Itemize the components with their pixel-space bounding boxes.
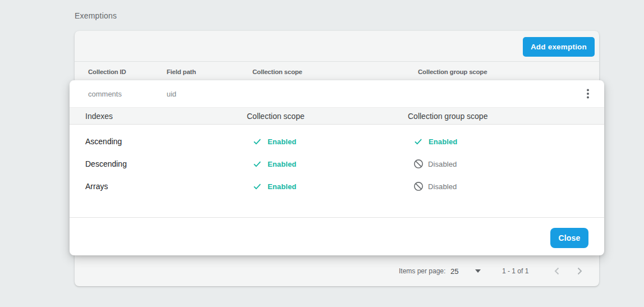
index-row-label: Descending xyxy=(85,159,127,168)
items-per-page-value[interactable]: 25 xyxy=(450,267,458,275)
items-per-page-label: Items per page: xyxy=(399,267,445,275)
kebab-menu-icon xyxy=(581,87,595,100)
exemption-row: comments uid xyxy=(70,80,604,107)
state-label: Enabled xyxy=(268,138,296,146)
collection-group-scope-state: Disabled xyxy=(413,159,457,169)
exemption-collection-id: comments xyxy=(88,90,122,98)
state-label: Enabled xyxy=(268,182,296,191)
row-menu-button[interactable] xyxy=(581,87,595,100)
page-range-label: 1 - 1 of 1 xyxy=(502,267,528,275)
index-row-ascending: Ascending Enabled Enabled xyxy=(70,130,604,153)
index-row-label: Ascending xyxy=(85,137,122,146)
dropdown-caret-icon xyxy=(475,269,481,273)
column-header-field-path: Field path xyxy=(167,68,196,75)
state-label: Disabled xyxy=(428,160,457,168)
index-row-descending: Descending Enabled Disabled xyxy=(70,153,604,175)
check-icon xyxy=(413,137,423,146)
collection-scope-state: Enabled xyxy=(252,182,296,191)
close-button[interactable]: Close xyxy=(550,228,588,248)
chevron-right-icon xyxy=(573,264,586,278)
index-row-arrays: Arrays Enabled Disabled xyxy=(70,175,604,198)
check-icon xyxy=(252,182,262,191)
index-row-label: Arrays xyxy=(85,182,108,191)
state-label: Enabled xyxy=(429,138,457,146)
items-per-page-dropdown[interactable] xyxy=(471,264,485,278)
card-toolbar: Add exemption xyxy=(75,31,599,62)
exemptions-table-header: Collection ID Field path Collection scop… xyxy=(75,62,599,82)
next-page-button[interactable] xyxy=(573,264,586,278)
column-header-collection-scope: Collection scope xyxy=(252,68,302,75)
dialog-column-collection-scope: Collection scope xyxy=(247,112,305,121)
check-icon xyxy=(252,159,262,169)
chevron-left-icon xyxy=(550,264,564,278)
dialog-footer: Close xyxy=(70,217,604,255)
dialog-column-collection-group-scope: Collection group scope xyxy=(408,112,487,121)
collection-scope-state: Enabled xyxy=(252,137,296,146)
check-icon xyxy=(252,137,262,146)
block-icon xyxy=(413,159,424,169)
collection-scope-state: Enabled xyxy=(252,159,296,169)
page-title: Exemptions xyxy=(75,11,117,20)
paginator: Items per page: 25 1 - 1 of 1 xyxy=(75,255,599,286)
column-header-collection-id: Collection ID xyxy=(88,68,126,75)
dialog-column-indexes: Indexes xyxy=(85,112,113,121)
dialog-column-header-row: Indexes Collection scope Collection grou… xyxy=(70,107,604,125)
previous-page-button[interactable] xyxy=(550,264,564,278)
collection-group-scope-state: Disabled xyxy=(413,181,457,191)
state-label: Disabled xyxy=(428,182,457,191)
block-icon xyxy=(413,181,424,191)
exemption-field-path: uid xyxy=(167,90,176,98)
exemption-details-dialog: comments uid Indexes Collection scope Co… xyxy=(70,80,604,255)
column-header-collection-group-scope: Collection group scope xyxy=(418,68,487,75)
add-exemption-button[interactable]: Add exemption xyxy=(523,37,595,57)
collection-group-scope-state: Enabled xyxy=(413,137,457,146)
state-label: Enabled xyxy=(268,160,296,168)
